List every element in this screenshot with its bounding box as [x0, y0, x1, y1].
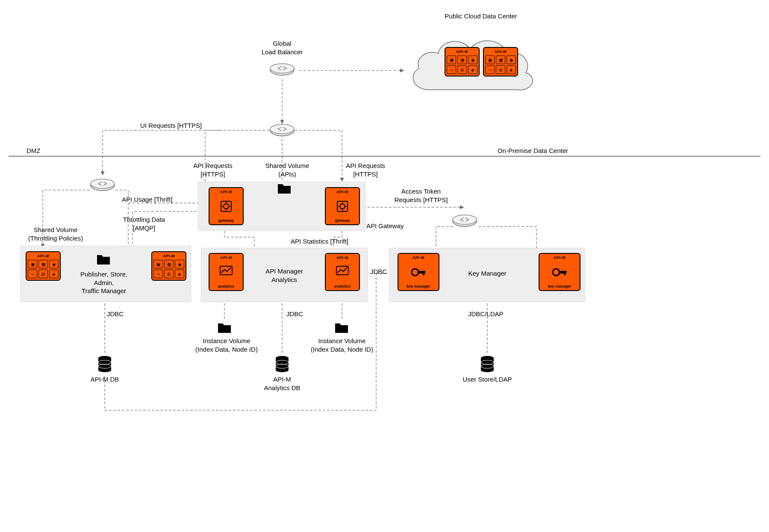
inst-vol-2: Instance Volume(Index Data, Node ID) — [308, 337, 376, 353]
analytics-1: API-Manalytics — [209, 253, 244, 291]
svg-point-34 — [412, 269, 418, 276]
publisher-2: API-M▣▦◉⊸⊞◈ — [151, 251, 186, 281]
svg-point-25 — [221, 272, 223, 273]
userstore-label: User Store/LDAP — [457, 375, 517, 384]
shared-apis: Shared Volume(APIs) — [262, 162, 313, 178]
apim-db-label: API-M DB — [85, 375, 124, 384]
throttling: Throttling Data[AMQP] — [118, 215, 170, 232]
router-keymgr — [452, 215, 477, 227]
keymgr-label: Key Manager — [464, 269, 511, 278]
jdbc-2: JDBC — [286, 310, 303, 318]
folder-apis — [277, 182, 292, 194]
jdbc-1: JDBC — [107, 310, 124, 318]
dmz-label: DMZ — [27, 147, 41, 155]
svg-point-23 — [340, 204, 345, 209]
svg-point-30 — [338, 272, 339, 273]
db-userstore — [480, 356, 495, 373]
folder-inst-1 — [217, 322, 232, 334]
api-req-right: API Requests[HTTPS] — [342, 162, 389, 178]
svg-point-37 — [553, 269, 560, 276]
svg-rect-36 — [423, 271, 424, 275]
svg-point-32 — [343, 271, 344, 272]
db-apim — [97, 356, 112, 373]
svg-point-33 — [346, 267, 348, 269]
db-analytics — [275, 356, 289, 373]
onprem-label: On-Premise Data Center — [498, 147, 568, 155]
svg-point-28 — [230, 267, 231, 269]
svg-point-19 — [453, 215, 477, 224]
svg-point-15 — [270, 124, 294, 134]
shared-pol: Shared Volume(Throttling Policies) — [24, 226, 88, 242]
gateway-2: API-Mgateway — [325, 187, 360, 225]
publisher-1: API-M▣▦◉⊸⊞◈ — [26, 251, 61, 281]
analytics-label: API ManagerAnalytics — [259, 267, 310, 284]
api-usage: API Usage [Thrift] — [122, 195, 172, 204]
svg-point-31 — [340, 269, 342, 270]
svg-point-21 — [224, 204, 229, 209]
keymgr-2: API-Mkey manager — [539, 253, 580, 291]
router-left — [90, 179, 115, 191]
glb-label: GlobalLoad Balancer — [252, 39, 312, 56]
svg-point-17 — [91, 179, 115, 188]
cloud-title: Public Cloud Data Center — [417, 12, 545, 21]
ui-requests: UI Requests [HTTPS] — [140, 121, 202, 130]
svg-point-26 — [224, 269, 225, 270]
gateway-1: API-Mgateway — [209, 187, 244, 225]
svg-point-27 — [227, 271, 228, 272]
svg-rect-39 — [564, 271, 566, 275]
inst-vol-1: Instance Volume(Index Data, Node ID) — [192, 337, 261, 353]
api-req-left: API Requests[HTTPS] — [189, 162, 236, 178]
publisher-label: Publisher, Store,Admin,Traffic Manager — [74, 270, 134, 295]
api-stats: API Statistics [Thrift] — [291, 237, 348, 246]
svg-point-13 — [270, 64, 294, 73]
api-gateway: API Gateway — [366, 222, 404, 230]
cloud-apim-1: API-M▣▦◉⊸⊞◈ — [445, 47, 480, 76]
analytics-db-label: API-MAnalytics DB — [261, 375, 303, 392]
folder-policies — [96, 253, 111, 265]
router-glb — [269, 63, 295, 76]
jdbc-keymgr: JDBC — [370, 267, 387, 276]
analytics-2: API-Manalytics — [325, 253, 360, 291]
access-token: Access TokenRequests [HTTPS] — [391, 187, 451, 204]
folder-inst-2 — [334, 322, 349, 334]
keymgr-1: API-Mkey manager — [398, 253, 439, 291]
cloud-apim-2: API-M▣▦◉⊸⊞◈ — [483, 47, 518, 76]
jdbc-ldap: JDBC/LDAP — [468, 310, 504, 318]
router-2 — [269, 124, 295, 137]
